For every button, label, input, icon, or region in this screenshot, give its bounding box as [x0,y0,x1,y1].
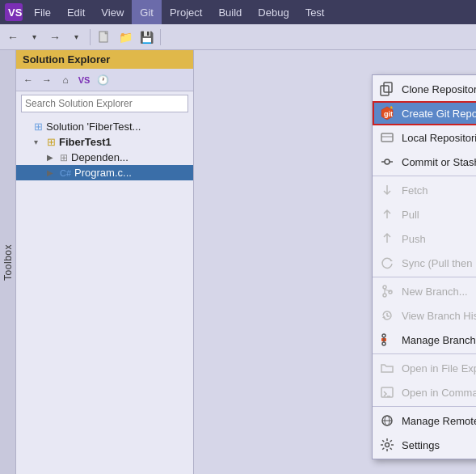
manage-branch-icon [379,332,395,348]
local-repo-icon [379,129,395,146]
tree-item-program-cs[interactable]: ▶ C# Program.c... [16,165,193,180]
commit-icon [379,154,395,170]
dropdown-forward[interactable]: ▾ [66,28,86,47]
program-cs-label: Program.c... [74,167,132,179]
menu-create-git-repository[interactable]: git Create Git Repository... [373,101,476,125]
menu-pull: Pull [373,202,476,226]
cs-file-icon: C# [60,168,71,178]
separator-3 [373,353,476,354]
solution-explorer-title: Solution Explorer [23,53,110,66]
git-dropdown-menu: Clone Repository... git Create Git Repos… [372,74,476,459]
new-file-button[interactable] [95,28,114,47]
menu-open-file-explorer: Open in File Explorer [373,356,476,380]
solution-label: Solution 'FiberTest... [46,121,141,133]
toolbox-label: Toolbox [2,244,14,281]
tree-item-dependencies[interactable]: ▶ ⊞ Dependen... [16,150,193,165]
svg-point-13 [383,294,386,297]
solution-icon: ⊞ [34,121,43,133]
branch-icon [379,283,395,299]
sync-label: Sync (Pull then Push) [402,257,476,269]
menu-open-command-prompt: Open in Command Prompt [373,380,476,404]
solution-explorer-header: Solution Explorer [16,50,193,69]
svg-point-19 [382,334,385,337]
svg-text:git: git [384,110,393,118]
solution-toolbar: ← → ⌂ VS 🕐 [16,69,193,91]
create-git-label: Create Git Repository... [402,108,476,120]
remotes-icon [379,413,395,429]
menu-debug[interactable]: Debug [250,0,297,24]
tree-item-project[interactable]: ▾ ⊞ FiberTest1 [16,134,193,150]
deps-label: Dependen... [71,151,128,163]
svg-point-10 [385,159,390,164]
menu-commit-or-stash[interactable]: Commit or Stash... [373,150,476,174]
clone-icon [379,81,395,97]
svg-point-12 [383,286,386,289]
new-file-icon [98,31,111,44]
svg-marker-11 [390,259,393,261]
menu-push: Push [373,226,476,251]
cs-project-icon: ⊞ [47,136,56,148]
tree-item-solution[interactable]: ⊞ Solution 'FiberTest... [16,119,193,134]
push-label: Push [402,233,476,245]
forward-button[interactable]: → [45,28,65,47]
sol-home-btn[interactable]: ⌂ [57,71,74,89]
toolbar-separator-2 [160,29,161,45]
sol-vs-btn[interactable]: VS [75,71,93,89]
svg-point-26 [385,443,390,447]
menu-bar: File Edit View Git Project Build Debug T… [26,0,332,24]
settings-label: Settings [402,439,476,451]
file-explorer-label: Open in File Explorer [402,362,476,375]
sol-back-btn[interactable]: ← [19,71,37,89]
toolbox-sidebar[interactable]: Toolbox [0,50,16,474]
manage-remotes-label: Manage Remotes... [402,415,476,427]
menu-new-branch: New Branch... [373,279,476,303]
menu-file[interactable]: File [26,0,59,24]
menu-project[interactable]: Project [162,0,210,24]
title-bar: VS File Edit View Git Project Build Debu… [0,0,476,24]
fetch-icon [379,182,395,198]
svg-point-20 [382,342,385,345]
menu-sync: Sync (Pull then Push) [373,251,476,275]
dropdown-back[interactable]: ▾ [24,28,44,47]
deps-icon: ⊞ [60,152,68,163]
svg-text:VS: VS [8,6,23,19]
clone-label: Clone Repository... [402,83,476,95]
save-button[interactable]: 💾 [137,28,156,47]
menu-manage-remotes[interactable]: Manage Remotes... [373,408,476,433]
svg-rect-8 [381,133,393,142]
menu-build[interactable]: Build [210,0,250,24]
menu-edit[interactable]: Edit [59,0,93,24]
fetch-label: Fetch [402,184,476,197]
back-button[interactable]: ← [3,28,23,47]
push-icon [379,231,395,247]
local-repos-label: Local Repositories... [402,132,476,144]
pull-icon [379,206,395,222]
git-create-icon: git [379,105,395,121]
menu-settings[interactable]: Settings [373,433,476,457]
open-folder-button[interactable]: 📁 [116,28,135,47]
menu-view-branch-history: View Branch History [373,303,476,328]
sol-sync-btn[interactable]: 🕐 [94,71,112,89]
menu-local-repositories[interactable]: Local Repositories... ► [373,125,476,150]
expand-icon-deps: ▶ [47,153,57,162]
new-branch-label: New Branch... [402,286,476,298]
solution-explorer-panel: Solution Explorer ← → ⌂ VS 🕐 ⊞ Solution … [16,50,194,474]
menu-git[interactable]: Git [132,0,162,24]
solution-search-input[interactable] [25,98,184,109]
separator-1 [373,176,476,176]
menu-manage-branches[interactable]: Manage Branches [373,328,476,352]
menu-test[interactable]: Test [297,0,333,24]
menu-view[interactable]: View [93,0,132,24]
sync-icon [379,255,395,271]
folder-icon [379,360,395,376]
sol-forward-btn[interactable]: → [38,71,56,89]
svg-marker-7 [390,106,393,108]
main-area: Toolbox Solution Explorer ← → ⌂ VS 🕐 ⊞ S… [0,50,476,474]
menu-clone-repository[interactable]: Clone Repository... [373,77,476,101]
solution-search-box[interactable] [21,95,188,112]
main-toolbar: ← ▾ → ▾ 📁 💾 [0,24,476,50]
cmd-prompt-label: Open in Command Prompt [402,387,476,399]
pull-label: Pull [402,209,476,221]
svg-marker-15 [382,315,385,318]
settings-icon [379,437,395,453]
